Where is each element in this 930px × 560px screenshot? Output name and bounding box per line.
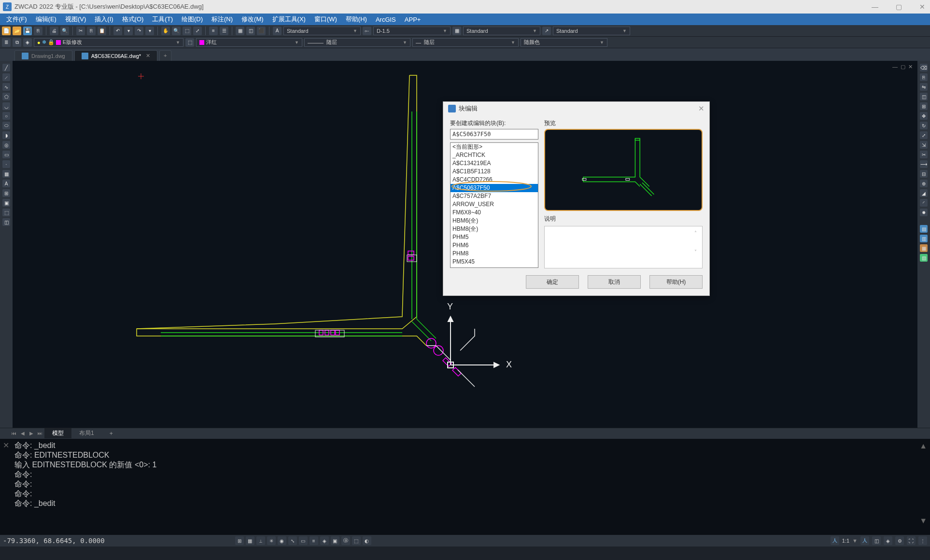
print-icon[interactable]: 🖨 — [50, 27, 58, 35]
saveas-icon[interactable]: ⎘ — [34, 27, 42, 35]
layout1-tab[interactable]: 布局1 — [71, 428, 102, 439]
scroll-down-icon[interactable]: ▼ — [919, 517, 927, 525]
linetype-combo[interactable]: ——— 随层 ▼ — [304, 38, 410, 47]
menu-item[interactable]: 视图(V) — [61, 15, 90, 24]
hatch-icon[interactable]: ▦ — [236, 27, 244, 35]
table-style-combo[interactable]: Standard ▼ — [463, 27, 540, 35]
zoom-window-icon[interactable]: ⬚ — [183, 27, 191, 35]
customize-icon[interactable]: ⋮ — [918, 536, 927, 545]
text-style-icon[interactable]: A — [273, 27, 282, 35]
model-toggle[interactable]: ▣ — [331, 536, 339, 545]
paste-icon[interactable]: 📋 — [98, 27, 106, 35]
menu-item[interactable]: ArcGIS — [371, 16, 400, 23]
cancel-button[interactable]: 取消 — [588, 275, 641, 289]
plotstyle-combo[interactable]: 随颜色 ▼ — [521, 38, 607, 47]
pan-icon[interactable]: ✋ — [161, 27, 170, 35]
palette4-icon[interactable]: ▧ — [920, 254, 928, 262]
block-list[interactable]: <当前图形>_ARCHTICKA$C134219EAA$C1B5F1128A$C… — [450, 142, 538, 268]
copy-icon[interactable]: ⎘ — [87, 27, 96, 35]
print-preview-icon[interactable]: 🔍 — [60, 27, 69, 35]
point-icon[interactable]: · — [2, 160, 10, 168]
snap-toggle[interactable]: ⊞ — [235, 536, 244, 545]
join-icon[interactable]: ⊕ — [920, 180, 928, 187]
window-close-button[interactable]: ✕ — [917, 3, 927, 11]
help-button[interactable]: 帮助(H) — [649, 275, 703, 289]
tab-nav-last-icon[interactable]: ⏭ — [36, 429, 44, 438]
undo-icon[interactable]: ↶ — [113, 27, 122, 35]
ellipse-arc-icon[interactable]: ◗ — [2, 131, 10, 139]
menu-item[interactable]: 帮助(H) — [341, 15, 371, 24]
rectangle-icon[interactable]: ▭ — [2, 151, 10, 158]
menu-item[interactable]: 插入(I) — [90, 15, 117, 24]
block-list-item[interactable]: PM5X45 — [451, 258, 538, 266]
dialog-close-button[interactable]: ✕ — [698, 104, 705, 113]
text-style-combo[interactable]: Standard ▼ — [283, 27, 361, 35]
scale-dropdown-icon[interactable]: ▼ — [852, 538, 858, 544]
block-list-item[interactable]: <当前图形> — [451, 143, 538, 151]
layer-states-icon[interactable]: ⧉ — [13, 38, 21, 47]
block-list-item[interactable]: PHM8 — [451, 250, 538, 258]
text-icon[interactable]: A — [2, 180, 10, 187]
trim-icon[interactable]: ✂ — [920, 151, 928, 158]
spline-icon[interactable]: ∿ — [2, 83, 10, 91]
block-list-item[interactable]: A$C1B5F1128 — [451, 168, 538, 176]
erase-icon[interactable]: ⌫ — [920, 64, 928, 71]
palette3-icon[interactable]: ▦ — [920, 244, 928, 252]
polyline-icon[interactable]: ⟋ — [2, 73, 10, 81]
anno-scale-icon[interactable]: 人 — [831, 536, 839, 545]
boundary-icon[interactable]: ⬚ — [2, 209, 10, 216]
block-list-item[interactable]: A$C4CDD7266 — [451, 176, 538, 184]
region-icon[interactable]: ▣ — [2, 199, 10, 207]
otrack-toggle[interactable]: ⤡ — [288, 536, 297, 545]
ellipse-icon[interactable]: ⬭ — [2, 122, 10, 129]
viewport-close-button[interactable]: ✕ — [908, 64, 913, 70]
ok-button[interactable]: 确定 — [526, 275, 579, 289]
scroll-up-icon[interactable]: ▲ — [919, 442, 927, 450]
scale-icon[interactable]: ⤢ — [920, 131, 928, 139]
insert-icon[interactable]: ⬛ — [257, 27, 266, 35]
scroll-up-icon[interactable]: ˄ — [694, 230, 700, 236]
quick-toggle[interactable]: ⬚ — [352, 536, 361, 545]
window-minimize-button[interactable]: — — [870, 3, 880, 11]
layer-manager-icon[interactable]: ≡ — [209, 27, 218, 35]
redo-icon[interactable]: ↷ — [135, 27, 143, 35]
anno-vis-icon[interactable]: 人 — [860, 536, 869, 545]
block-list-item[interactable]: _ARCHTICK — [451, 151, 538, 159]
trans-toggle[interactable]: ◐ — [363, 536, 371, 545]
block-list-item[interactable]: HBM6(全) — [451, 217, 538, 225]
block-list-item[interactable]: A$C50637F50 — [451, 184, 538, 192]
menu-item[interactable]: 文件(F) — [2, 15, 31, 24]
table-icon[interactable]: ⊞ — [2, 189, 10, 197]
dim-style-icon[interactable]: ⟜ — [363, 27, 371, 35]
block-list-item[interactable]: ARROW_USER — [451, 200, 538, 209]
hw-accel-icon[interactable]: ⚙ — [895, 536, 904, 545]
block-list-item[interactable]: HBM8(全) — [451, 225, 538, 233]
color-combo[interactable]: 洋红 ▼ — [196, 38, 302, 47]
block-list-item[interactable]: A$C134219EA — [451, 159, 538, 168]
rotate-icon[interactable]: ↻ — [920, 122, 928, 129]
dyn-toggle[interactable]: ▭ — [299, 536, 308, 545]
block-list-item[interactable]: FM6X8~40 — [451, 209, 538, 217]
chamfer-icon[interactable]: ◢ — [920, 189, 928, 197]
lineweight-combo[interactable]: — 随层 ▼ — [412, 38, 519, 47]
explode-icon[interactable]: ✹ — [920, 209, 928, 216]
cmdwin-close-icon[interactable]: ✕ — [3, 441, 9, 450]
menu-item[interactable]: APP+ — [400, 16, 425, 23]
clean-screen-icon[interactable]: ⛶ — [907, 536, 916, 545]
file-tab[interactable]: Drawing1.dwg — [14, 50, 72, 61]
palette2-icon[interactable]: ▥ — [920, 235, 928, 242]
grid-toggle[interactable]: ▦ — [246, 536, 254, 545]
layer-combo[interactable]: ● ❄ 🔒 E版修改 ▼ — [34, 38, 183, 47]
dim-style-combo[interactable]: D-1.5 ▼ — [373, 27, 451, 35]
dialog-titlebar[interactable]: 块编辑 ✕ — [443, 102, 709, 115]
window-maximize-button[interactable]: ▢ — [894, 3, 904, 11]
menu-item[interactable]: 窗口(W) — [310, 15, 341, 24]
zoom-extents-icon[interactable]: ⤢ — [193, 27, 202, 35]
file-tab[interactable]: A$C63EC06AE.dwg*✕ — [74, 50, 157, 61]
lwt-toggle[interactable]: ≡ — [310, 536, 318, 545]
add-layout-tab[interactable]: + — [102, 428, 121, 439]
tab-nav-prev-icon[interactable]: ◀ — [18, 429, 27, 438]
viewport-minimize-button[interactable]: — — [892, 64, 898, 70]
block-name-input[interactable] — [450, 129, 538, 140]
cycle-toggle[interactable]: ◈ — [320, 536, 329, 545]
